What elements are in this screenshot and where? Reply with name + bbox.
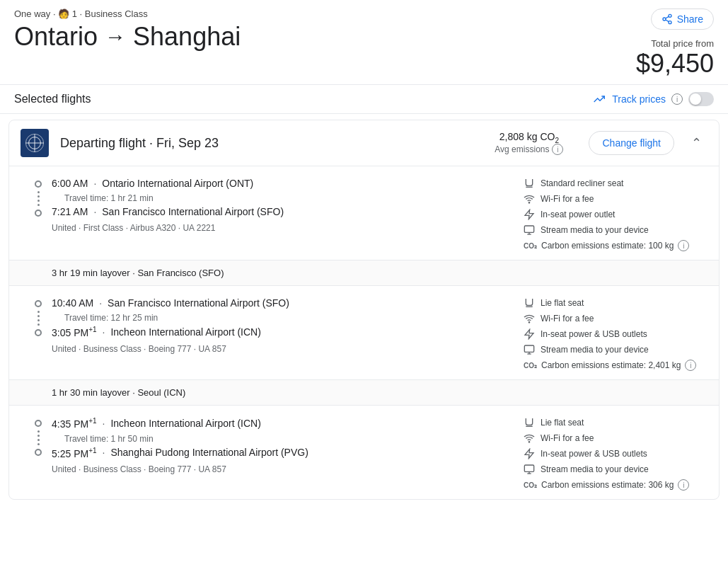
svg-point-22 [528,442,529,442]
toggle-knob [690,93,701,105]
departing-header: Departing flight · Fri, Sep 23 2,808 kg … [9,120,719,166]
price-label: Total price from [636,38,714,49]
collapse-button[interactable]: ⌃ [686,132,707,154]
flight-info-2: United · Business Class · Boeing 777 · U… [52,344,495,354]
share-label: Share [677,13,703,25]
arrival-time-3: 5:25 PM+1 [52,447,97,459]
departure-time-3: 4:35 PM+1 [52,417,97,430]
price-section: Share Total price from $9,450 [636,8,714,79]
flight-info-3: United · Business Class · Boeing 777 · U… [52,464,495,474]
segment-1-times: 6:00 AM · Ontario International Airport … [52,178,495,251]
departure-time: 6:00 AM [52,178,88,189]
power-icon-3 [524,448,535,459]
page-header: One way · 🧑 1 · Business Class Ontario →… [0,0,728,84]
track-prices-toggle[interactable] [688,92,714,106]
amenity-stream-2: Stream media to your device [524,344,707,355]
segment-3-timeline [35,420,42,456]
amenity-stream: Stream media to your device [524,224,707,236]
destination-city: Shanghai [133,22,241,52]
origin-city: Ontario [14,22,98,52]
amenity-wifi: Wi-Fi for a fee [524,193,707,205]
carbon-estimate-2: CO₂ Carbon emissions estimate: 2,401 kg … [524,360,707,371]
svg-point-2 [669,21,671,24]
segment-1-content: 6:00 AM · Ontario International Airport … [52,178,707,251]
segment-2-amenities: Lie flat seat Wi-Fi for a fee In-seat po… [524,297,707,371]
carbon-info-icon-3[interactable]: i [678,479,689,491]
amenity-seat-2: Lie flat seat [524,297,707,309]
segment-3: 4:35 PM+1 · Incheon International Airpor… [9,406,719,499]
carbon-info-icon-2[interactable]: i [685,360,696,371]
segment-3-amenities: Lie flat seat Wi-Fi for a fee In-seat po… [524,417,707,491]
flight-card: Departing flight · Fri, Sep 23 2,808 kg … [8,120,720,500]
flat-seat-icon [524,297,535,309]
emissions-section: 2,808 kg CO2 Avg emissions i [495,131,563,156]
travel-time: Travel time: 1 hr 21 min [52,190,495,206]
power-icon-2 [524,328,535,340]
share-button[interactable]: Share [651,8,714,30]
track-prices-info-icon[interactable]: i [671,93,683,105]
amenity-wifi-3: Wi-Fi for a fee [524,433,707,444]
svg-marker-11 [525,210,533,219]
departure-row: 6:00 AM · Ontario International Airport … [52,178,495,189]
carbon-estimate-3: CO₂ Carbon emissions estimate: 306 kg i [524,479,707,491]
svg-point-10 [528,202,529,203]
stream-icon-3 [524,464,535,475]
segment-2-times: 10:40 AM · San Francisco International A… [52,297,495,371]
emissions-value: 2,808 kg CO2 [495,131,563,144]
departure-airport: Ontario International Airport (ONT) [102,178,253,189]
flat-seat-icon-3 [524,417,535,428]
travel-time-3: Travel time: 1 hr 50 min [52,431,495,447]
amenity-power-3: In-seat power & USB outlets [524,448,707,459]
amenity-wifi-2: Wi-Fi for a fee [524,313,707,324]
avg-emissions-label: Avg emissions i [495,144,563,155]
track-prices-area: Track prices i [592,92,714,106]
arrival-row: 7:21 AM · San Francisco International Ai… [52,206,495,217]
travel-time-2: Travel time: 12 hr 25 min [52,310,495,326]
svg-point-0 [669,14,671,17]
layover-2: 1 hr 30 min layover · Seoul (ICN) [9,380,719,406]
arrival-row-2: 3:05 PM+1 · Incheon International Airpor… [52,326,495,338]
layover-1-text: 3 hr 19 min layover · San Francisco (SFO… [52,268,224,278]
segment-1-timeline [35,181,42,217]
airline-logo [21,129,49,157]
segment-1-amenities: Standard recliner seat Wi-Fi for a fee I… [524,178,707,251]
departure-time-2: 10:40 AM [52,297,93,309]
united-logo-icon [25,133,45,153]
segment-2-timeline [35,300,42,336]
selected-flights-bar: Selected flights Track prices i [0,84,728,114]
track-prices-link[interactable]: Track prices [612,93,666,105]
layover-1: 3 hr 19 min layover · San Francisco (SFO… [9,260,719,286]
stream-icon [524,224,535,236]
co2-icon-2: CO₂ [524,362,537,370]
arrival-row-3: 5:25 PM+1 · Shanghai Pudong Internationa… [52,447,495,459]
svg-line-4 [665,16,669,18]
route-title: Ontario → Shanghai [14,22,241,52]
timeline-dot-top [35,181,42,188]
route-arrow-icon: → [105,25,126,49]
layover-2-text: 1 hr 30 min layover · Seoul (ICN) [52,387,185,398]
timeline-dot-bottom [35,210,42,217]
share-icon [661,13,673,25]
segment-3-content: 4:35 PM+1 · Incheon International Airpor… [52,417,707,491]
carbon-info-icon[interactable]: i [678,240,689,251]
wifi-icon-2 [524,313,535,324]
segment-1: 6:00 AM · Ontario International Airport … [9,166,719,260]
svg-rect-18 [524,345,533,352]
stream-icon-2 [524,344,535,355]
svg-point-1 [663,18,666,21]
departure-airport-2: San Francisco International Airport (SFO… [108,297,289,309]
wifi-icon-3 [524,433,535,444]
amenity-seat-3: Lie flat seat [524,417,707,428]
segment-2-content: 10:40 AM · San Francisco International A… [52,297,707,371]
change-flight-button[interactable]: Change flight [589,131,674,155]
price-value: $9,450 [636,49,714,79]
svg-marker-17 [525,329,533,338]
trending-up-icon [592,93,606,105]
trip-meta: One way · 🧑 1 · Business Class [14,8,241,19]
svg-rect-12 [524,226,533,232]
segment-2: 10:40 AM · San Francisco International A… [9,286,719,380]
emissions-info-icon[interactable]: i [552,144,563,155]
departure-airport-3: Incheon International Airport (ICN) [110,418,260,429]
svg-rect-24 [524,465,533,471]
svg-marker-23 [525,449,533,458]
